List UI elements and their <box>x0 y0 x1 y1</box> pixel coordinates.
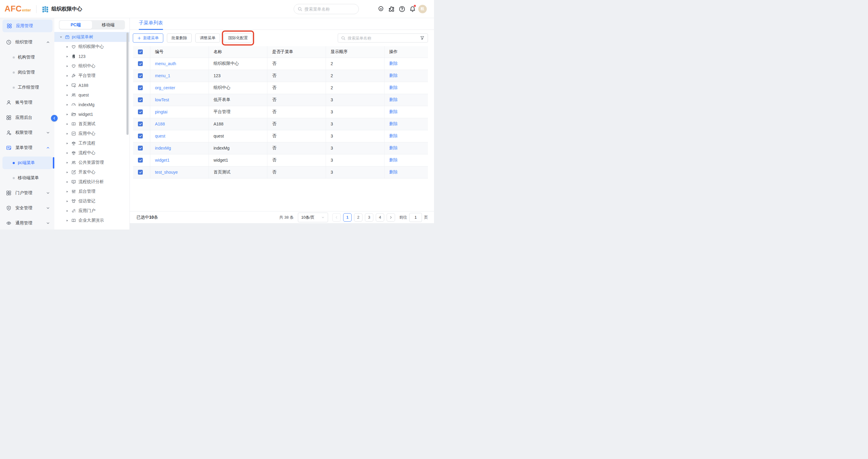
sidebar-item-1[interactable]: 组织管理 <box>0 35 54 50</box>
select-all-checkbox[interactable] <box>138 50 143 54</box>
tab-submenu-list[interactable]: 子菜单列表 <box>139 20 163 30</box>
sidebar-item-9[interactable]: pc端菜单 <box>2 157 53 169</box>
tree-node-label: quest <box>79 93 89 97</box>
tree-node[interactable]: 公共资源管理 <box>54 158 129 167</box>
menu-code-link[interactable]: menu_1 <box>155 73 170 78</box>
delete-link[interactable]: 删除 <box>389 109 398 114</box>
window-gear-icon <box>71 83 76 88</box>
row-checkbox[interactable] <box>138 134 143 138</box>
row-checkbox[interactable] <box>138 97 143 102</box>
tree-node[interactable]: indexMg <box>54 100 129 109</box>
tab-pc[interactable]: PC端 <box>59 21 92 29</box>
tree-node[interactable]: 123 <box>54 52 129 61</box>
filter-icon[interactable] <box>420 36 425 40</box>
delete-link[interactable]: 删除 <box>389 169 398 174</box>
global-search-input[interactable] <box>305 7 350 11</box>
delete-link[interactable]: 删除 <box>389 85 398 90</box>
menu-code-link[interactable]: pingtai <box>155 109 167 114</box>
avatar[interactable]: 租 <box>418 5 427 13</box>
tree-node[interactable]: widget1 <box>54 109 129 119</box>
sidebar-collapse-button[interactable] <box>51 115 58 122</box>
prev-page-button[interactable] <box>332 213 341 222</box>
sidebar-item-3[interactable]: 岗位管理 <box>0 65 54 80</box>
menu-code-link[interactable]: indexMg <box>155 146 171 151</box>
tree-node[interactable]: A188 <box>54 80 129 90</box>
table-search[interactable] <box>338 33 428 42</box>
sidebar-item-4[interactable]: 工作组管理 <box>0 80 54 95</box>
chevron-up-icon <box>46 40 50 44</box>
row-checkbox[interactable] <box>138 146 143 151</box>
tree-node[interactable]: 组织权限中心 <box>54 42 129 52</box>
row-checkbox[interactable] <box>138 61 143 66</box>
sidebar-item-0[interactable]: 应用管理 <box>2 20 53 32</box>
page-button-1[interactable]: 1 <box>343 213 351 222</box>
tree-node[interactable]: 工作流程 <box>54 138 129 148</box>
row-checkbox[interactable] <box>138 109 143 114</box>
adjust-menu-button[interactable]: 调整菜单 <box>195 33 220 42</box>
help-icon-button[interactable] <box>399 6 405 12</box>
sidebar-item-10[interactable]: 移动端菜单 <box>0 170 54 186</box>
delete-link[interactable]: 删除 <box>389 97 398 102</box>
sidebar-item-12[interactable]: 安全管理 <box>0 201 54 216</box>
row-checkbox[interactable] <box>138 158 143 163</box>
menu-code-link[interactable]: widget1 <box>155 158 169 163</box>
bell-icon-button[interactable] <box>409 6 416 12</box>
ai-icon-button[interactable]: AI <box>378 6 384 12</box>
goto-page-input[interactable] <box>409 213 422 222</box>
tree-scrollbar[interactable] <box>126 33 129 135</box>
tree-node[interactable]: 首页测试 <box>54 119 129 129</box>
tree-node[interactable]: 开发中心 <box>54 167 129 177</box>
sidebar-item-5[interactable]: 账号管理 <box>0 95 54 110</box>
sidebar-item-7[interactable]: 权限管理 <box>0 125 54 140</box>
eye-icon <box>6 221 11 226</box>
delete-link[interactable]: 删除 <box>389 157 398 162</box>
tree-node[interactable]: 流程统计分析 <box>54 177 129 187</box>
sidebar-item-6[interactable]: 应用后台 <box>0 110 54 125</box>
menu-code-link[interactable]: quest <box>155 134 165 138</box>
row-checkbox[interactable] <box>138 85 143 90</box>
sidebar-item-2[interactable]: 机构管理 <box>0 50 54 65</box>
page-button-4[interactable]: 4 <box>376 213 384 222</box>
page-button-2[interactable]: 2 <box>354 213 363 222</box>
row-checkbox[interactable] <box>138 122 143 126</box>
table-search-input[interactable] <box>348 36 420 40</box>
delete-link[interactable]: 删除 <box>389 121 398 126</box>
sidebar-item-13[interactable]: 通用管理 <box>0 216 54 230</box>
delete-link[interactable]: 删除 <box>389 145 398 150</box>
tree-node[interactable]: 后台管理 <box>54 187 129 196</box>
delete-link[interactable]: 删除 <box>389 133 398 138</box>
menu-code-link[interactable]: org_center <box>155 85 175 90</box>
menu-code-link[interactable]: test_shouye <box>155 170 178 175</box>
page-size-select[interactable]: 10条/页 <box>298 212 328 222</box>
batch-delete-button[interactable]: 批量删除 <box>167 33 192 42</box>
delete-link[interactable]: 删除 <box>389 73 398 78</box>
tree-node[interactable]: quest <box>54 90 129 100</box>
tree-node[interactable]: 应用门户 <box>54 206 129 216</box>
next-page-button[interactable] <box>386 213 395 222</box>
row-checkbox[interactable] <box>138 170 143 175</box>
menu-code-link[interactable]: menu_auth <box>155 61 176 66</box>
tree-node-label: indexMg <box>79 102 94 107</box>
menu-code-link[interactable]: A188 <box>155 122 165 126</box>
tree-node[interactable]: 应用中心 <box>54 129 129 138</box>
sidebar-item-11[interactable]: 门户管理 <box>0 186 54 201</box>
bullet-dot-icon <box>13 162 15 164</box>
triangle-down-icon[interactable] <box>59 35 63 39</box>
sidebar-item-8[interactable]: 菜单管理 <box>0 140 54 155</box>
tree-node[interactable]: 平台管理 <box>54 71 129 80</box>
delete-link[interactable]: 删除 <box>389 61 398 66</box>
row-checkbox[interactable] <box>138 73 143 78</box>
plugin-icon-button[interactable] <box>388 6 395 12</box>
tree-node[interactable]: 组织中心 <box>54 61 129 71</box>
new-menu-button[interactable]: 新建菜单 <box>133 33 163 42</box>
tree-node[interactable]: 流程中心 <box>54 148 129 158</box>
wrench-icon <box>71 73 76 78</box>
page-button-3[interactable]: 3 <box>365 213 373 222</box>
tab-mobile[interactable]: 移动端 <box>92 21 125 29</box>
tree-node[interactable]: 企业大屏演示 <box>54 216 129 225</box>
menu-code-link[interactable]: lowTest <box>155 97 169 102</box>
i18n-config-button[interactable]: 国际化配置 <box>224 33 252 42</box>
tree-root-pc-menu-tree[interactable]: pc端菜单树 <box>54 32 129 42</box>
tree-node[interactable]: 信访登记 <box>54 196 129 206</box>
global-search[interactable] <box>294 4 359 14</box>
